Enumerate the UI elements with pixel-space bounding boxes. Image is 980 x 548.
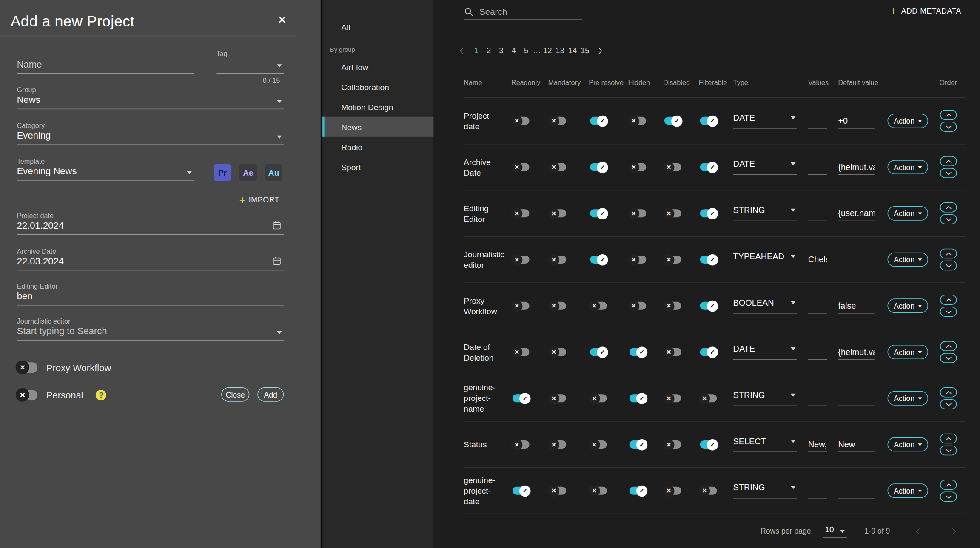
values-input[interactable]: New,( <box>808 437 827 452</box>
footer-next-icon[interactable] <box>946 529 959 533</box>
disabled-toggle[interactable]: ✕ <box>664 256 681 264</box>
hidden-toggle[interactable]: ✕ <box>630 163 647 171</box>
action-button[interactable]: Action <box>888 298 929 313</box>
order-up-button[interactable] <box>940 202 957 213</box>
disabled-toggle[interactable]: ✕ <box>664 487 681 495</box>
sidebar-item-news[interactable]: News <box>322 117 434 137</box>
hidden-toggle[interactable]: ✓ <box>630 487 647 495</box>
add-metadata-button[interactable]: + ADD METADATA <box>890 6 961 16</box>
order-down-button[interactable] <box>940 491 957 502</box>
action-button[interactable]: Action <box>888 345 929 359</box>
order-up-button[interactable] <box>940 341 957 351</box>
add-button[interactable]: Add <box>257 387 284 402</box>
readonly-toggle[interactable]: ✕ <box>513 209 530 217</box>
values-input[interactable] <box>808 344 827 359</box>
filterable-toggle[interactable]: ✕ <box>700 394 717 402</box>
proxy-workflow-toggle[interactable]: ✕ <box>17 362 37 373</box>
order-up-button[interactable] <box>940 156 957 166</box>
type-select[interactable]: DATE <box>733 113 797 129</box>
type-select[interactable]: DATE <box>733 344 797 360</box>
type-select[interactable]: TYPEAHEAD <box>733 252 797 267</box>
close-button[interactable]: Close <box>221 387 249 402</box>
values-input[interactable] <box>808 483 827 498</box>
mandatory-toggle[interactable]: ✕ <box>550 117 567 125</box>
default-value-input[interactable]: false <box>838 298 874 313</box>
sidebar-item-collaboration[interactable]: Collaboration <box>322 77 434 97</box>
search-input[interactable]: Search <box>464 4 582 19</box>
page-12[interactable]: 12 <box>541 46 553 55</box>
filterable-toggle[interactable]: ✓ <box>700 302 717 310</box>
page-2[interactable]: 2 <box>482 46 495 55</box>
default-value-input[interactable] <box>838 391 874 406</box>
hidden-toggle[interactable]: ✕ <box>630 256 647 264</box>
mandatory-toggle[interactable]: ✕ <box>550 394 567 402</box>
hidden-toggle[interactable]: ✓ <box>630 440 647 449</box>
disabled-toggle[interactable]: ✕ <box>664 348 681 356</box>
editing-editor-input[interactable]: Editing Editor ben <box>17 282 284 305</box>
disabled-toggle[interactable]: ✕ <box>664 440 681 449</box>
readonly-toggle[interactable]: ✕ <box>513 256 530 264</box>
filterable-toggle[interactable]: ✓ <box>700 348 717 356</box>
pagination-next-icon[interactable] <box>591 48 606 53</box>
pre-resolve-toggle[interactable]: ✓ <box>590 117 607 125</box>
sidebar-item-radio[interactable]: Radio <box>322 137 434 157</box>
project-date-input[interactable]: Project date 22.01.2024 <box>17 212 284 235</box>
action-button[interactable]: Action <box>888 437 929 452</box>
sidebar-item-airflow[interactable]: AirFlow <box>322 57 434 77</box>
type-select[interactable]: STRING <box>733 390 797 406</box>
order-up-button[interactable] <box>940 295 957 305</box>
action-button[interactable]: Action <box>888 160 929 174</box>
order-down-button[interactable] <box>940 261 957 271</box>
mandatory-toggle[interactable]: ✕ <box>550 163 567 171</box>
page-5[interactable]: 5 <box>520 46 533 55</box>
page-1[interactable]: 1 <box>470 46 482 55</box>
filterable-toggle[interactable]: ✓ <box>700 209 717 217</box>
values-input[interactable] <box>808 206 827 221</box>
order-down-button[interactable] <box>940 446 957 456</box>
category-select[interactable]: Category Evening <box>17 122 284 145</box>
help-icon[interactable]: ? <box>96 389 106 400</box>
order-down-button[interactable] <box>940 168 957 178</box>
sidebar-item-all[interactable]: All <box>322 17 434 37</box>
filterable-toggle[interactable]: ✕ <box>700 487 717 495</box>
mandatory-toggle[interactable]: ✕ <box>550 440 567 449</box>
mandatory-toggle[interactable]: ✕ <box>550 348 567 356</box>
archive-date-input[interactable]: Archive Date 22.03.2024 <box>17 247 284 270</box>
rows-per-page-select[interactable]: 10 <box>823 525 847 538</box>
page-15[interactable]: 15 <box>579 46 591 55</box>
values-input[interactable] <box>808 298 827 313</box>
disabled-toggle[interactable]: ✕ <box>664 302 681 310</box>
order-up-button[interactable] <box>940 434 957 444</box>
footer-prev-icon[interactable] <box>912 529 925 533</box>
disabled-toggle[interactable]: ✕ <box>664 209 681 217</box>
disabled-toggle[interactable]: ✕ <box>664 163 681 171</box>
default-value-input[interactable]: {helmut.va <box>838 159 874 174</box>
group-select[interactable]: Group News <box>17 86 284 109</box>
hidden-toggle[interactable]: ✓ <box>630 394 647 402</box>
action-button[interactable]: Action <box>888 253 929 267</box>
order-up-button[interactable] <box>940 480 957 490</box>
action-button[interactable]: Action <box>888 483 929 498</box>
disabled-toggle[interactable]: ✓ <box>664 117 681 125</box>
pre-resolve-toggle[interactable]: ✓ <box>590 256 607 264</box>
values-input[interactable] <box>808 391 827 406</box>
calendar-icon[interactable] <box>273 258 281 265</box>
filterable-toggle[interactable]: ✓ <box>700 163 717 171</box>
default-value-input[interactable] <box>838 252 874 267</box>
type-select[interactable]: STRING <box>733 483 797 499</box>
page-13[interactable]: 13 <box>554 46 566 55</box>
pre-resolve-toggle[interactable]: ✓ <box>590 348 607 356</box>
pre-resolve-toggle[interactable]: ✕ <box>590 440 607 449</box>
template-select[interactable]: Template Evening News <box>17 157 194 180</box>
action-button[interactable]: Action <box>888 206 929 221</box>
filterable-toggle[interactable]: ✓ <box>700 117 717 125</box>
readonly-toggle[interactable]: ✕ <box>513 348 530 356</box>
default-value-input[interactable]: {user.nam <box>838 206 874 221</box>
mandatory-toggle[interactable]: ✕ <box>550 302 567 310</box>
calendar-icon[interactable] <box>273 222 281 229</box>
filterable-toggle[interactable]: ✓ <box>700 440 717 449</box>
readonly-toggle[interactable]: ✕ <box>513 117 530 125</box>
values-input[interactable] <box>808 159 827 174</box>
pre-resolve-toggle[interactable]: ✓ <box>590 209 607 217</box>
order-down-button[interactable] <box>940 214 957 224</box>
